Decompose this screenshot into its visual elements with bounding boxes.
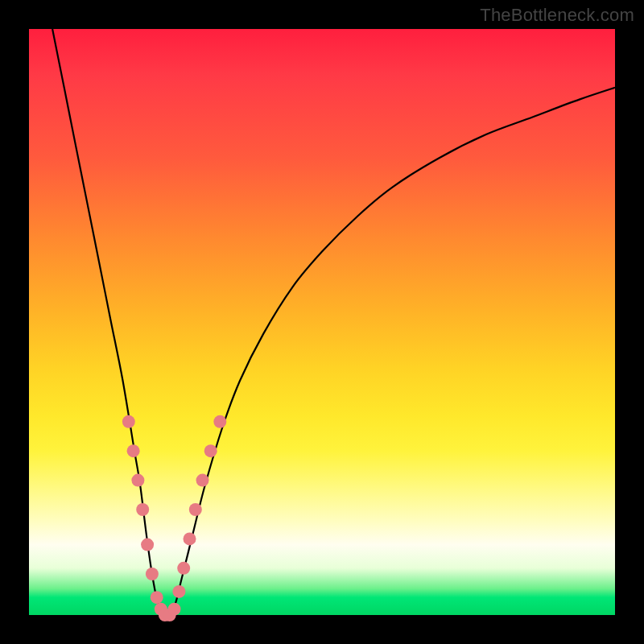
watermark-text: TheBottleneck.com	[480, 5, 634, 26]
curve-marker	[141, 539, 154, 551]
chart-frame: TheBottleneck.com	[0, 0, 644, 644]
curve-marker	[204, 444, 217, 457]
curve-marker	[196, 474, 209, 487]
marker-group	[122, 415, 226, 621]
curve-marker	[172, 585, 185, 598]
curve-marker	[131, 474, 144, 487]
curve-marker	[127, 444, 140, 457]
curve-marker	[189, 503, 202, 516]
plot-area	[29, 29, 615, 615]
chart-svg	[29, 29, 615, 615]
curve-marker	[146, 568, 159, 580]
curve-marker	[184, 532, 196, 545]
curve-marker	[168, 603, 181, 616]
curve-marker	[177, 562, 190, 575]
curve-marker	[213, 415, 226, 428]
bottleneck-curve	[52, 29, 615, 617]
curve-marker	[122, 415, 135, 428]
curve-marker	[151, 591, 163, 604]
curve-marker	[136, 503, 149, 516]
